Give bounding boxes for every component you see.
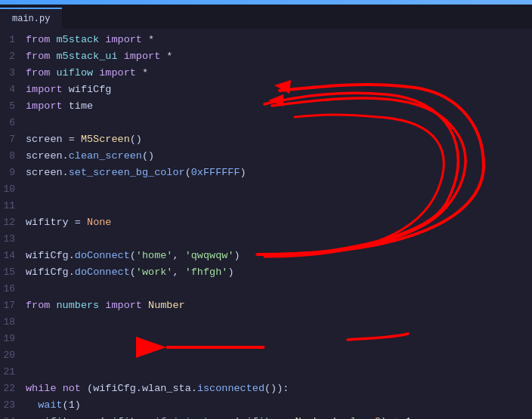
line-content[interactable]	[23, 181, 532, 198]
token: )	[234, 250, 240, 261]
line-number: 15	[0, 264, 23, 281]
code-line: 8screen.clean_screen()	[0, 148, 532, 165]
code-line: 6	[0, 115, 532, 131]
token: )	[240, 167, 246, 178]
token: ,	[172, 266, 184, 278]
code-line: 12wifitry = None	[0, 214, 532, 231]
line-content[interactable]: from m5stack_ui import *	[23, 48, 532, 65]
active-tab[interactable]: main.py	[0, 8, 62, 29]
editor-container: main.py 1from m5stack import *2from m5st…	[0, 0, 532, 419]
token: wifiCfg	[93, 383, 136, 394]
token: m5stack_ui	[57, 51, 118, 62]
token: (	[81, 383, 93, 394]
line-number: 2	[0, 48, 23, 65]
token: 0	[375, 416, 381, 419]
line-content[interactable]: import wifiCfg	[23, 82, 532, 98]
line-number: 24	[0, 414, 23, 419]
token: not	[63, 383, 81, 394]
line-number: 9	[0, 165, 23, 181]
token: import	[124, 51, 161, 62]
token: .	[63, 167, 69, 178]
token: from	[26, 34, 50, 45]
line-content[interactable]: from m5stack import *	[23, 32, 532, 48]
token: ) + 1	[381, 416, 412, 419]
code-line: 4import wifiCfg	[0, 82, 532, 98]
token: clean_screen	[69, 150, 142, 162]
line-content[interactable]: from numbers import Number	[23, 297, 532, 314]
line-number: 5	[0, 98, 23, 115]
token: import	[105, 34, 142, 45]
token: wifiCfg	[69, 84, 112, 95]
token: isconnected	[197, 383, 264, 394]
code-line: 9screen.set_screen_bg_color(0xFFFFFF)	[0, 165, 532, 181]
line-content[interactable]: wifitry = (wifitry if isinstance(wifitry…	[23, 414, 532, 419]
token: Number	[295, 416, 332, 419]
line-content[interactable]	[23, 281, 532, 297]
token	[50, 34, 56, 45]
line-content[interactable]: from uiflow import *	[23, 65, 532, 82]
token: isinstance	[172, 416, 234, 419]
token	[50, 300, 56, 311]
line-number: 11	[0, 198, 23, 214]
line-number: 13	[0, 231, 23, 248]
line-content[interactable]	[23, 347, 532, 364]
line-content[interactable]	[23, 364, 532, 380]
token: 'work'	[136, 266, 173, 278]
line-content[interactable]: screen.clean_screen()	[23, 148, 532, 165]
token: M5Screen	[81, 134, 130, 145]
token	[369, 416, 375, 419]
token: (	[130, 266, 136, 278]
code-area[interactable]: 1from m5stack import *2from m5stack_ui i…	[0, 29, 532, 419]
token: .	[63, 150, 69, 162]
token: doConnect	[75, 250, 130, 261]
token	[57, 383, 63, 394]
token: (	[130, 250, 136, 261]
line-content[interactable]: wifitry = None	[23, 214, 532, 231]
line-content[interactable]	[23, 115, 532, 131]
token: from	[26, 300, 50, 311]
line-number: 4	[0, 82, 23, 98]
token: (	[234, 416, 240, 419]
line-content[interactable]	[23, 314, 532, 331]
line-content[interactable]	[23, 231, 532, 248]
line-content[interactable]	[23, 198, 532, 214]
token: wlan_sta	[142, 383, 191, 394]
token: (	[185, 167, 191, 178]
token	[50, 51, 56, 62]
code-line: 17from numbers import Number	[0, 297, 532, 314]
code-line: 10	[0, 181, 532, 198]
line-content[interactable]: import time	[23, 98, 532, 115]
code-line: 7screen = M5Screen()	[0, 131, 532, 148]
tab-label: main.py	[12, 14, 50, 24]
line-content[interactable]: while not (wifiCfg.wlan_sta.isconnected(…	[23, 380, 532, 397]
token: doConnect	[75, 266, 130, 278]
top-bar	[0, 0, 532, 5]
token: ()):	[264, 383, 289, 394]
token: 0xFFFFFF	[191, 167, 240, 178]
code-line: 18	[0, 314, 532, 331]
code-line: 3from uiflow import *	[0, 65, 532, 82]
token: wifitry	[26, 217, 69, 228]
token: else	[344, 416, 368, 419]
line-number: 22	[0, 380, 23, 397]
line-content[interactable]: wifiCfg.doConnect('work', 'fhfgh')	[23, 264, 532, 281]
token: numbers	[57, 300, 100, 311]
code-line: 20	[0, 347, 532, 364]
token: m5stack	[57, 34, 100, 45]
token	[63, 84, 69, 95]
line-content[interactable]: screen = M5Screen()	[23, 131, 532, 148]
token: 'fhfgh'	[185, 266, 228, 278]
token: = (	[81, 416, 105, 419]
line-number: 20	[0, 347, 23, 364]
line-content[interactable]: screen.set_screen_bg_color(0xFFFFFF)	[23, 165, 532, 181]
line-number: 21	[0, 364, 23, 380]
token: )	[227, 266, 234, 278]
token	[26, 399, 38, 411]
code-line: 22while not (wifiCfg.wlan_sta.isconnecte…	[0, 380, 532, 397]
line-content[interactable]: wifiCfg.doConnect('home', 'qwqwqw')	[23, 248, 532, 264]
line-content[interactable]: wait(1)	[23, 397, 532, 414]
code-line: 23 wait(1)	[0, 397, 532, 414]
line-content[interactable]	[23, 331, 532, 347]
token: import	[26, 84, 63, 95]
line-number: 16	[0, 281, 23, 297]
